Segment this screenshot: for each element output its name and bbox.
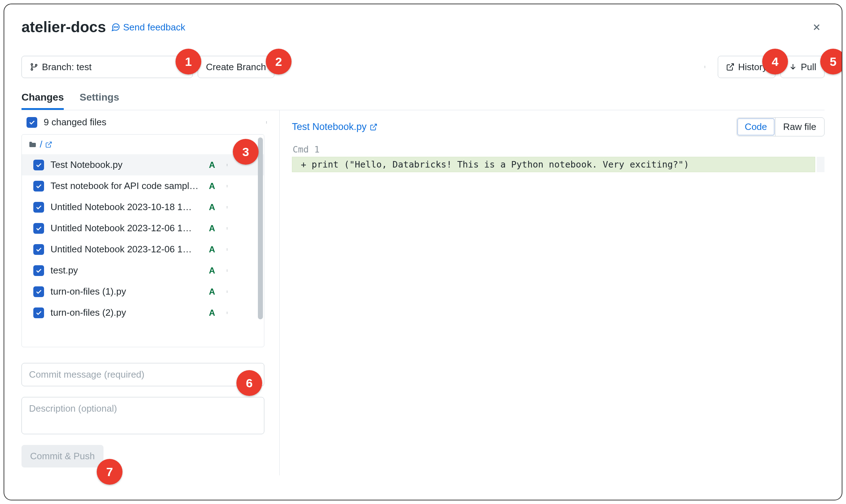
- file-more-button[interactable]: [223, 181, 231, 191]
- file-more-button[interactable]: [223, 266, 231, 276]
- checkmark-icon: [35, 225, 42, 232]
- svg-point-29: [227, 271, 227, 271]
- svg-point-0: [114, 27, 115, 28]
- root-folder-row[interactable]: /: [22, 135, 264, 154]
- diff-file-link[interactable]: Test Notebook.py: [292, 121, 378, 132]
- svg-point-12: [227, 164, 227, 164]
- file-status: A: [207, 223, 217, 233]
- callout-2: 2: [266, 49, 292, 74]
- svg-point-2: [117, 27, 118, 28]
- svg-point-1: [115, 27, 116, 28]
- tabs-row: Changes Settings: [21, 92, 825, 110]
- scrollbar-thumb[interactable]: [258, 137, 263, 319]
- title-left: atelier-docs Send feedback: [21, 19, 185, 36]
- send-feedback-link[interactable]: Send feedback: [111, 22, 185, 33]
- branch-label: Branch: test: [42, 62, 92, 73]
- callout-1: 1: [176, 49, 201, 74]
- file-checkbox[interactable]: [33, 307, 44, 318]
- svg-point-34: [227, 312, 227, 313]
- file-checkbox[interactable]: [33, 286, 44, 297]
- svg-point-15: [227, 185, 227, 185]
- svg-point-32: [227, 292, 227, 292]
- svg-point-14: [227, 165, 227, 166]
- svg-point-21: [227, 227, 227, 228]
- file-checkbox[interactable]: [33, 265, 44, 276]
- svg-point-5: [35, 64, 37, 66]
- svg-point-4: [31, 69, 33, 70]
- file-name: test.py: [51, 265, 201, 276]
- file-name: Untitled Notebook 2023-10-18 1…: [51, 202, 201, 213]
- file-more-button[interactable]: [223, 223, 231, 233]
- svg-point-7: [705, 67, 705, 67]
- vertical-dots-icon: [265, 118, 268, 127]
- folder-icon: [28, 140, 37, 149]
- callout-7: 7: [97, 459, 122, 485]
- close-button[interactable]: [809, 19, 825, 35]
- title-row: atelier-docs Send feedback: [21, 19, 825, 36]
- file-row[interactable]: turn-on-files (2).pyA: [22, 302, 264, 323]
- tab-changes[interactable]: Changes: [21, 92, 64, 110]
- toolbar-row: Branch: test Create Branch History: [21, 56, 825, 78]
- git-branch-icon: [30, 63, 38, 71]
- file-name: Untitled Notebook 2023-12-06 1…: [51, 244, 201, 255]
- checkmark-icon: [35, 183, 42, 190]
- files-scroll[interactable]: / Test Notebook.pyATest notebook for API…: [22, 135, 264, 347]
- file-status: A: [207, 266, 217, 276]
- file-checkbox[interactable]: [33, 181, 44, 192]
- tab-settings[interactable]: Settings: [80, 92, 119, 110]
- changed-files-count: 9 changed files: [44, 117, 106, 128]
- file-row[interactable]: Untitled Notebook 2023-12-06 1…A: [22, 239, 264, 260]
- chat-icon: [111, 23, 120, 32]
- scrollbar[interactable]: [258, 137, 263, 344]
- vertical-dots-icon: [226, 182, 229, 190]
- svg-point-33: [227, 312, 227, 312]
- commit-push-button[interactable]: Commit & Push: [21, 445, 104, 467]
- commit-form: Commit & Push: [21, 363, 264, 467]
- svg-point-8: [705, 68, 705, 68]
- svg-point-20: [227, 208, 227, 208]
- diff-container: + print ("Hello, Databricks! This is a P…: [292, 157, 825, 172]
- file-checkbox[interactable]: [33, 223, 44, 234]
- dialog-inner: atelier-docs Send feedback: [4, 4, 842, 500]
- file-checkbox[interactable]: [33, 202, 44, 213]
- svg-point-13: [227, 165, 227, 165]
- arrow-down-icon: [789, 63, 797, 71]
- file-row[interactable]: Untitled Notebook 2023-12-06 1…A: [22, 218, 264, 239]
- file-checkbox[interactable]: [33, 244, 44, 255]
- svg-point-9: [266, 121, 266, 122]
- diff-cmd-label: Cmd 1: [292, 144, 825, 155]
- file-row[interactable]: test.pyA: [22, 260, 264, 281]
- vertical-dots-icon: [226, 203, 229, 212]
- file-row[interactable]: turn-on-files (1).pyA: [22, 281, 264, 302]
- diff-added-line: + print ("Hello, Databricks! This is a P…: [292, 157, 815, 172]
- commit-description-input[interactable]: [21, 397, 264, 434]
- svg-point-23: [227, 229, 227, 229]
- select-all-checkbox[interactable]: [27, 117, 37, 128]
- file-more-button[interactable]: [223, 160, 231, 170]
- file-more-button[interactable]: [223, 308, 231, 318]
- file-status: A: [207, 202, 217, 212]
- diff-view-raw[interactable]: Raw file: [775, 118, 824, 136]
- toolbar-more-button[interactable]: [697, 56, 713, 78]
- diff-view-code[interactable]: Code: [737, 118, 775, 136]
- create-branch-button[interactable]: Create Branch: [198, 56, 274, 78]
- branch-selector[interactable]: Branch: test: [21, 56, 193, 78]
- summary-more-button[interactable]: [261, 117, 271, 127]
- file-more-button[interactable]: [223, 287, 231, 297]
- file-status: A: [207, 160, 217, 170]
- create-branch-label: Create Branch: [206, 62, 266, 73]
- file-more-button[interactable]: [223, 202, 231, 212]
- svg-point-11: [266, 123, 266, 123]
- file-name: Test notebook for API code sampl…: [51, 180, 201, 192]
- commit-message-input[interactable]: [21, 363, 264, 386]
- left-column: 9 changed files /: [21, 110, 279, 475]
- file-row[interactable]: Test notebook for API code sampl…A: [22, 175, 264, 197]
- file-status: A: [207, 308, 217, 318]
- file-checkbox[interactable]: [33, 160, 44, 170]
- callout-3: 3: [233, 139, 259, 165]
- file-row[interactable]: Test Notebook.pyA: [22, 154, 264, 175]
- file-row[interactable]: Untitled Notebook 2023-10-18 1…A: [22, 197, 264, 218]
- vertical-dots-icon: [226, 245, 229, 254]
- file-more-button[interactable]: [223, 244, 231, 255]
- file-status: A: [207, 181, 217, 191]
